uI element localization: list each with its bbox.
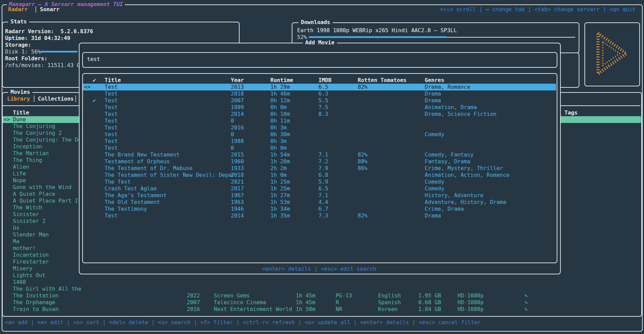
add-movie-result-row[interactable]: =>Test20131h 29m6.582%Drama, Romance bbox=[83, 84, 556, 90]
add-movie-result-row[interactable]: The Test20211h 25m5.9Comedy bbox=[83, 179, 556, 185]
add-movie-result-row[interactable]: test00h 30mComedy bbox=[83, 131, 556, 138]
result-year: 1960 bbox=[231, 158, 244, 165]
movie-studio: Telecinco Cinema bbox=[214, 299, 266, 306]
add-movie-result-row[interactable]: The Testament of Sister New Devil: Depar… bbox=[83, 172, 556, 179]
add-movie-result-row[interactable]: Test19880h 3m bbox=[83, 138, 556, 145]
root-folders-label: Root Folders: bbox=[5, 55, 47, 62]
result-imdb-rating: 7.9 bbox=[318, 165, 328, 172]
result-genres: Crime, Mystery, Thriller bbox=[425, 165, 503, 172]
result-runtime: 1h 54m bbox=[270, 151, 290, 158]
add-movie-result-row[interactable]: Test20141h 35m7.382%Drama bbox=[83, 212, 556, 219]
result-year: 0 bbox=[231, 131, 234, 138]
result-year: 1933 bbox=[231, 165, 244, 172]
movie-list-item[interactable]: The Orphanage2007Telecinco Cinema1h 45mR… bbox=[0, 299, 639, 306]
add-movie-result-row[interactable]: The Old Testament19631h 53m4.4Adventure,… bbox=[83, 199, 556, 206]
pencil-icon: ✎ bbox=[525, 306, 528, 313]
movies-tab-separator-2: │ bbox=[74, 96, 77, 102]
movie-year: 2016 bbox=[187, 306, 200, 313]
movie-title: A Quiet Place Part II bbox=[13, 197, 81, 204]
result-runtime: 1h 35m bbox=[270, 212, 290, 219]
add-movie-result-row[interactable]: ✔Test20070h 12m5.5Drama bbox=[83, 97, 556, 104]
result-genres: Comedy, Fantasy bbox=[425, 151, 474, 158]
movies-tab-collections[interactable]: Collections bbox=[38, 96, 74, 102]
result-genres: Animation, Action, Romance bbox=[425, 172, 509, 179]
movie-list-item[interactable]: The Invitation2022Screen Gems1h 45mPG-13… bbox=[0, 292, 639, 299]
movie-certification: NR bbox=[336, 306, 342, 313]
add-movie-result-row[interactable]: Test20160h 3m bbox=[83, 124, 556, 131]
add-movie-result-row[interactable]: The Aga's Testament19671h 27m7.1History,… bbox=[83, 192, 556, 199]
result-rotten-tomatoes: 82% bbox=[358, 151, 368, 158]
downloads-panel-title: Downloads bbox=[298, 19, 333, 26]
movie-title: The Girl with All the bbox=[13, 286, 81, 292]
result-title: Test bbox=[105, 124, 118, 131]
add-movie-result-row[interactable]: Test00h 0m bbox=[83, 145, 556, 151]
stats-uptime: Uptime: 31d 04:32:49 bbox=[5, 35, 70, 42]
add-movie-modal: Add Movie ✔ Title Year Runtime IMDB Rott… bbox=[79, 43, 561, 274]
add-movie-result-row[interactable]: The Testimony19461h 34m6.7Crime, Drama bbox=[83, 206, 556, 212]
result-year: 2016 bbox=[231, 124, 244, 131]
result-runtime: 0h 3m bbox=[270, 124, 287, 131]
movies-tab-library[interactable]: Library bbox=[7, 96, 30, 102]
movies-tab-separator: │ bbox=[32, 96, 36, 102]
result-imdb-rating: 6.7 bbox=[318, 206, 328, 212]
result-imdb-rating: 8.3 bbox=[318, 111, 328, 118]
movie-list-item[interactable]: The Girl with All the bbox=[0, 286, 639, 292]
pencil-icon: ✎ bbox=[525, 299, 528, 306]
result-genres: Comedy bbox=[425, 185, 444, 192]
stats-storage-label: Storage: bbox=[5, 42, 31, 48]
add-movie-result-row[interactable]: Test20181h 46m6.3Drama bbox=[83, 90, 556, 97]
movie-list-item[interactable]: 1408 bbox=[0, 279, 639, 286]
add-movie-search-input[interactable] bbox=[86, 56, 551, 63]
add-movie-title: Add Movie bbox=[303, 39, 337, 46]
result-title: The Brand New Testament bbox=[105, 151, 180, 158]
result-genres: Drama, Science Fiction bbox=[425, 111, 496, 118]
add-movie-result-row[interactable]: Test20140h 10m8.3Drama, Science Fiction bbox=[83, 111, 556, 118]
movie-runtime: 1h 58m bbox=[296, 306, 315, 313]
movie-language: Spanish bbox=[378, 299, 401, 306]
movie-studio: Screen Gems bbox=[214, 292, 250, 299]
result-runtime: 1h 20m bbox=[270, 158, 290, 165]
disk-usage-gauge bbox=[41, 51, 77, 53]
movies-panel-title: Movies bbox=[8, 89, 32, 96]
result-runtime: 0h 30m bbox=[270, 131, 290, 138]
movie-title: The Invitation bbox=[13, 292, 59, 299]
result-imdb-rating: 4.4 bbox=[318, 199, 328, 206]
movie-certification: PG-13 bbox=[336, 292, 352, 299]
result-year: 2021 bbox=[231, 179, 244, 185]
movie-title: The Orphanage bbox=[13, 299, 55, 306]
movie-runtime: 1h 45m bbox=[296, 299, 315, 306]
add-movie-result-row[interactable]: The Testament of Dr. Mabuse19332h 2m7.98… bbox=[83, 165, 556, 172]
tab-sonarr[interactable]: Sonarr bbox=[40, 6, 60, 13]
stats-version: Radarr Version: 5.2.6.8376 bbox=[5, 28, 93, 35]
add-movie-result-row[interactable]: Test00h 11m bbox=[83, 118, 556, 124]
tab-radarr[interactable]: Radarr bbox=[8, 6, 28, 13]
stats-panel-title: Stats bbox=[8, 18, 29, 25]
result-imdb-rating: 6.5 bbox=[318, 185, 328, 192]
movie-quality: HD-1080p bbox=[458, 292, 484, 299]
add-movie-hints: <enter> details | <esc> edit search bbox=[80, 266, 559, 272]
movie-quality: HD-1080p bbox=[458, 299, 484, 306]
movie-title: Inception bbox=[13, 143, 42, 150]
add-movie-result-row[interactable]: Testament of Orpheus19601h 20m7.288%Fant… bbox=[83, 158, 556, 165]
movie-title: Nope bbox=[13, 177, 26, 184]
result-year: 1988 bbox=[231, 138, 244, 145]
result-genres: Crime, Drama bbox=[425, 206, 464, 212]
result-runtime: 0h 11m bbox=[270, 118, 290, 124]
tab-separator: │ bbox=[34, 6, 38, 13]
result-year: 0 bbox=[231, 118, 234, 124]
header-genres: Genres bbox=[425, 77, 444, 84]
movie-language: Korean bbox=[378, 306, 398, 313]
header-title: Title bbox=[105, 77, 121, 84]
result-title: The Aga's Testament bbox=[105, 192, 166, 199]
movie-title: Lights Out bbox=[13, 272, 45, 279]
movie-list-item[interactable]: Train to Busan2016Next Entertainment Wor… bbox=[0, 306, 639, 313]
result-title: Testament of Orpheus bbox=[105, 158, 170, 165]
movie-language: English bbox=[378, 292, 401, 299]
result-title: Crash Test Aglae bbox=[105, 185, 157, 192]
add-movie-result-row[interactable]: Test19990h 0m7.5Animation, Drama bbox=[83, 104, 556, 111]
result-title: Test bbox=[105, 145, 118, 151]
movie-title: The Conjuring: The De bbox=[13, 137, 81, 143]
add-movie-result-row[interactable]: Crash Test Aglae20171h 25m6.5Comedy bbox=[83, 185, 556, 192]
add-movie-result-row[interactable]: The Brand New Testament20151h 54m7.182%C… bbox=[83, 151, 556, 158]
movie-quality: HD-1080p bbox=[458, 306, 484, 313]
